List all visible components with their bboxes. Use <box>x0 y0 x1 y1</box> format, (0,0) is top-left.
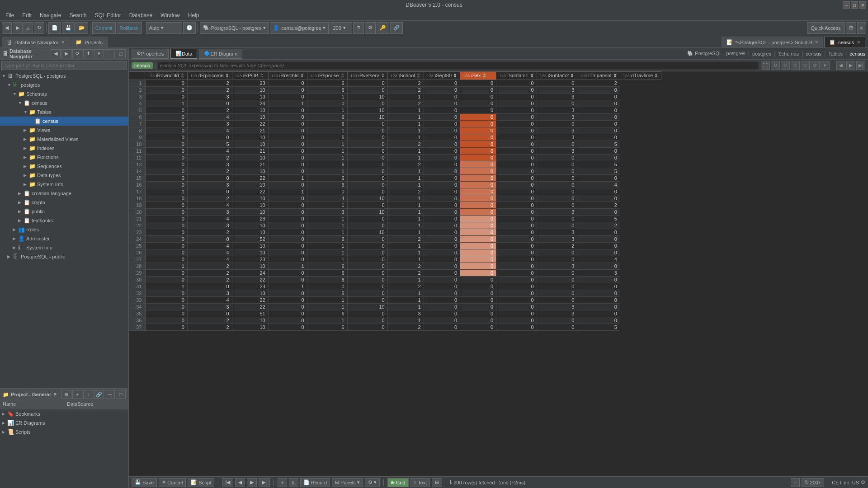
table-cell[interactable]: 1 <box>307 127 347 134</box>
table-row[interactable]: 2003100310100030 <box>129 209 661 216</box>
table-cell[interactable]: 0 <box>145 94 188 100</box>
export-btn[interactable]: ↑ <box>791 478 800 487</box>
table-cell[interactable]: 1 <box>387 107 424 114</box>
table-cell[interactable]: 2 <box>387 283 424 290</box>
new-file-button[interactable]: 📄 <box>48 22 61 34</box>
table-cell[interactable]: 0 <box>307 283 347 290</box>
table-cell[interactable]: 6 <box>307 161 347 168</box>
script-status-btn[interactable]: 📝 Script <box>188 478 214 487</box>
table-cell[interactable]: 0 <box>424 87 460 94</box>
table-cell[interactable]: 0 <box>268 277 307 283</box>
table-cell[interactable]: 0 <box>347 161 387 168</box>
tree-item-croatian[interactable]: ▶ 📋 croatian-language <box>0 189 128 198</box>
table-cell[interactable]: 1 <box>307 107 347 114</box>
table-cell[interactable]: 23 <box>232 80 268 87</box>
tree-item-schemas[interactable]: ▼ 📁 Schemas <box>0 89 128 99</box>
table-cell[interactable]: 0 <box>268 94 307 100</box>
table-cell[interactable]: 3 <box>187 121 232 127</box>
table-cell[interactable]: 2 <box>187 324 232 331</box>
table-cell[interactable]: 6 <box>307 134 347 141</box>
nav-maximize-btn[interactable]: □ <box>116 49 126 58</box>
table-cell[interactable]: 0 <box>145 290 188 297</box>
minimize-button[interactable]: ─ <box>843 1 850 9</box>
table-cell[interactable]: 3 <box>537 310 577 317</box>
table-row[interactable]: 171022100200000 <box>129 188 661 195</box>
grid-view-button[interactable]: ⊞ <box>846 22 856 34</box>
table-cell[interactable]: 2 <box>577 80 620 87</box>
table-cell[interactable]: 0 <box>347 87 387 94</box>
table-cell[interactable]: 22 <box>232 297 268 304</box>
table-cell[interactable]: 10 <box>232 114 268 121</box>
table-cell[interactable]: 0 <box>424 249 460 256</box>
col-irspouse[interactable]: 123 iRspouse ⇕ <box>307 72 347 80</box>
clock-button[interactable]: 🕐 <box>183 22 196 34</box>
table-cell[interactable]: 0 <box>460 148 496 155</box>
tab-projects[interactable]: 📁 Projects <box>71 37 108 47</box>
table-cell[interactable]: 6 <box>307 277 347 283</box>
table-cell[interactable]: 1 <box>387 127 424 134</box>
table-cell[interactable]: 22 <box>232 121 268 127</box>
table-cell[interactable]: 0 <box>496 87 537 94</box>
table-cell[interactable]: 0 <box>347 141 387 148</box>
table-cell[interactable]: 1 <box>145 100 188 107</box>
table-cell[interactable]: 0 <box>460 168 496 175</box>
col-irownchld[interactable]: 123 iRownchld ⇕ <box>145 72 188 80</box>
table-cell[interactable]: 1 <box>387 229 424 236</box>
table-cell[interactable]: 0 <box>496 290 537 297</box>
table-cell[interactable]: 0 <box>268 317 307 324</box>
table-cell[interactable]: 2 <box>387 188 424 195</box>
table-cell[interactable]: 21 <box>232 148 268 155</box>
table-cell[interactable]: 2 <box>187 195 232 202</box>
table-row[interactable]: 311023100200000 <box>129 283 661 290</box>
table-cell[interactable]: 0 <box>145 195 188 202</box>
panels-btn[interactable]: ⊞ Panels ▾ <box>332 478 363 487</box>
table-cell[interactable]: 0 <box>268 243 307 249</box>
close-button[interactable]: ✕ <box>859 1 866 9</box>
nav-collapse-btn[interactable]: ⬆ <box>83 49 93 58</box>
table-cell[interactable]: 0 <box>347 175 387 182</box>
table-cell[interactable]: 0 <box>537 277 577 283</box>
table-cell[interactable]: 0 <box>424 134 460 141</box>
table-cell[interactable]: 0 <box>460 249 496 256</box>
table-cell[interactable]: 0 <box>268 270 307 277</box>
table-cell[interactable]: 0 <box>577 195 620 202</box>
table-cell[interactable]: 0 <box>577 188 620 195</box>
table-row[interactable]: 130321060200005 <box>129 161 661 168</box>
table-cell[interactable]: 6 <box>307 182 347 188</box>
table-cell[interactable]: 0 <box>424 127 460 134</box>
table-cell[interactable]: 0 <box>537 249 577 256</box>
table-cell[interactable]: 0 <box>496 107 537 114</box>
table-cell[interactable]: 0 <box>496 175 537 182</box>
table-cell[interactable]: 0 <box>424 107 460 114</box>
table-cell[interactable]: 6 <box>307 114 347 121</box>
table-cell[interactable]: 10 <box>232 249 268 256</box>
table-cell[interactable]: 0 <box>424 161 460 168</box>
next-page-btn[interactable]: ▶ <box>846 61 855 70</box>
table-cell[interactable]: 0 <box>268 127 307 134</box>
table-cell[interactable]: 1 <box>387 209 424 216</box>
table-cell[interactable]: 3 <box>537 236 577 243</box>
table-cell[interactable]: 0 <box>424 324 460 331</box>
table-cell[interactable]: 1 <box>307 256 347 263</box>
tab-census-close[interactable]: ✕ <box>857 40 860 45</box>
table-cell[interactable]: 2 <box>187 270 232 277</box>
table-cell[interactable]: 0 <box>268 148 307 155</box>
table-cell[interactable]: 4 <box>187 202 232 209</box>
table-cell[interactable]: 0 <box>145 87 188 94</box>
table-cell[interactable]: 1 <box>387 256 424 263</box>
table-cell[interactable]: 0 <box>268 249 307 256</box>
table-cell[interactable]: 0 <box>460 87 496 94</box>
table-cell[interactable]: 23 <box>232 283 268 290</box>
table-cell[interactable]: 0 <box>347 127 387 134</box>
table-cell[interactable]: 2 <box>387 161 424 168</box>
col-irvetserv[interactable]: 123 iRvetserv ⇕ <box>347 72 387 80</box>
table-cell[interactable]: 3 <box>187 290 232 297</box>
table-cell[interactable]: 4 <box>187 216 232 222</box>
table-cell[interactable]: 1 <box>307 216 347 222</box>
window-controls[interactable]: ─ □ ✕ <box>843 1 866 9</box>
table-cell[interactable]: 0 <box>347 249 387 256</box>
table-cell[interactable]: 0 <box>537 195 577 202</box>
table-cell[interactable]: 0 <box>577 114 620 121</box>
table-cell[interactable]: 0 <box>537 175 577 182</box>
table-cell[interactable]: 0 <box>460 161 496 168</box>
